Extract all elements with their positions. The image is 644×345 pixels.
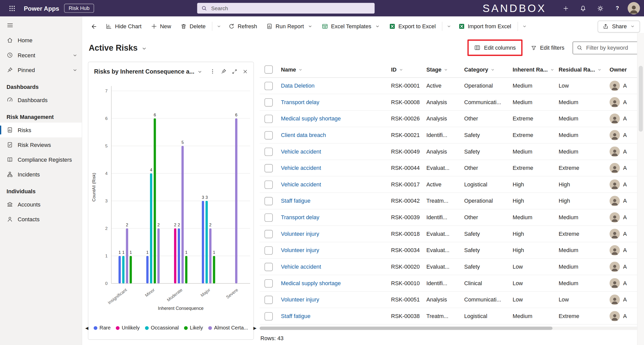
excel-templates-button[interactable]: Excel Templates — [318, 20, 384, 32]
export-excel-overflow-chevron[interactable] — [444, 21, 454, 32]
row-checkbox[interactable] — [264, 279, 273, 287]
table-row[interactable]: Volunteer injuryRSK-00051AnalysisCommuni… — [260, 292, 640, 308]
user-avatar[interactable] — [628, 2, 640, 14]
row-checkbox[interactable] — [264, 115, 273, 123]
record-link[interactable]: Volunteer injury — [281, 247, 319, 253]
table-row[interactable]: Transport delayRSK-00008AnalysisCommunic… — [260, 94, 640, 111]
delete-overflow-chevron[interactable] — [214, 21, 223, 32]
record-link[interactable]: Medical supply shortage — [281, 280, 341, 286]
notifications-bell-icon[interactable] — [574, 0, 592, 17]
select-all-checkbox[interactable] — [264, 65, 273, 74]
new-button[interactable]: New — [146, 20, 175, 32]
more-options-icon[interactable] — [207, 66, 218, 76]
delete-button[interactable]: Delete — [176, 20, 210, 32]
pin-icon[interactable] — [218, 66, 229, 76]
table-row[interactable]: Vehicle accidentRSK-00044Evaluat...Other… — [260, 160, 640, 176]
record-link[interactable]: Volunteer injury — [281, 231, 319, 237]
legend-prev-arrow-icon[interactable]: ◀ — [85, 326, 88, 330]
record-link[interactable]: Vehicle accident — [281, 264, 321, 270]
table-row[interactable]: Medical supply shortageRSK-00026Analysis… — [260, 111, 640, 127]
table-row[interactable]: Volunteer injuryRSK-00034Evaluat...Safet… — [260, 242, 640, 259]
app-chip[interactable]: Risk Hub — [64, 4, 94, 13]
column-header-stage[interactable]: Stage — [423, 66, 461, 73]
table-row[interactable]: Vehicle accidentRSK-00017ActiveLogistica… — [260, 176, 640, 193]
view-selector[interactable]: Active Risks — [89, 43, 147, 52]
export-excel-button[interactable]: Export to Excel — [385, 20, 440, 32]
row-checkbox[interactable] — [264, 180, 273, 188]
record-link[interactable]: Vehicle accident — [281, 181, 321, 187]
column-header-inherent[interactable]: Inherent Ra... — [509, 66, 555, 73]
record-link[interactable]: Vehicle accident — [281, 148, 321, 155]
record-link[interactable]: Medical supply shortage — [281, 116, 341, 122]
sidebar-item-recent[interactable]: Recent — [0, 48, 82, 62]
sidebar-item-home[interactable]: Home — [0, 33, 82, 48]
sidebar-item-dashboards[interactable]: Dashboards — [0, 93, 82, 107]
row-checkbox[interactable] — [264, 82, 273, 90]
record-link[interactable]: Staff fatigue — [281, 313, 310, 319]
row-checkbox[interactable] — [264, 296, 273, 304]
table-row[interactable]: Volunteer injuryRSK-00018Evaluat...Safet… — [260, 226, 640, 242]
expand-icon[interactable] — [230, 66, 239, 76]
hide-chart-button[interactable]: Hide Chart — [101, 20, 146, 32]
record-link[interactable]: Staff fatigue — [281, 198, 310, 204]
edit-filters-button[interactable]: Edit filters — [527, 42, 568, 53]
record-link[interactable]: Data Deletion — [281, 83, 314, 89]
vertical-scrollbar-thumb[interactable] — [639, 66, 643, 131]
record-link[interactable]: Volunteer injury — [281, 297, 319, 303]
table-row[interactable]: Staff fatigueRSK-00042Treatm...Operation… — [260, 193, 640, 210]
settings-gear-icon[interactable] — [591, 0, 609, 17]
app-launcher-waffle-icon[interactable] — [5, 0, 19, 17]
table-row[interactable]: Medical supply shortageRSK-00010Identifi… — [260, 275, 640, 292]
table-row[interactable]: Vehicle accidentRSK-00020Evaluat...Safet… — [260, 259, 640, 275]
close-icon[interactable] — [240, 66, 250, 76]
row-checkbox[interactable] — [264, 131, 273, 139]
row-checkbox[interactable] — [264, 147, 273, 156]
table-row[interactable]: Data DeletionRSK-00001ActiveOperationalM… — [260, 78, 640, 94]
record-link[interactable]: Client data breach — [281, 132, 326, 138]
import-excel-button[interactable]: Import from Excel — [454, 20, 515, 32]
global-search-input[interactable] — [210, 5, 370, 12]
sidebar-item-risk-reviews[interactable]: Risk Reviews — [0, 137, 82, 152]
run-report-button[interactable]: Run Report — [262, 20, 317, 32]
global-search[interactable] — [197, 3, 375, 13]
record-link[interactable]: Transport delay — [281, 214, 319, 220]
table-row[interactable]: Transport delayRSK-00039Identifi...Other… — [260, 209, 640, 226]
row-checkbox[interactable] — [264, 197, 273, 205]
share-button[interactable]: Share — [598, 20, 640, 32]
column-header-residual[interactable]: Residual Ra... — [555, 66, 606, 73]
row-checkbox[interactable] — [264, 246, 273, 254]
row-checkbox[interactable] — [264, 213, 273, 222]
keyword-filter-input[interactable] — [585, 44, 635, 51]
help-icon[interactable]: ? — [609, 0, 626, 17]
sidebar-item-incidents[interactable]: Incidents — [0, 167, 82, 182]
add-icon[interactable] — [557, 0, 574, 17]
table-row[interactable]: Vehicle accidentRSK-00049AnalysisSafetyM… — [260, 144, 640, 160]
legend-next-arrow-icon[interactable]: ▶ — [253, 326, 256, 330]
record-link[interactable]: Vehicle accident — [281, 165, 321, 171]
column-header-category[interactable]: Category — [461, 66, 510, 73]
keyword-filter[interactable] — [573, 41, 639, 54]
edit-columns-button[interactable]: Edit columns — [471, 42, 519, 53]
refresh-button[interactable]: Refresh — [224, 20, 261, 32]
sidebar-item-pinned[interactable]: Pinned — [0, 63, 82, 77]
column-header-id[interactable]: ID — [388, 66, 423, 73]
scrollbar-thumb[interactable] — [260, 327, 552, 330]
row-checkbox[interactable] — [264, 98, 273, 106]
back-button[interactable] — [87, 20, 101, 33]
column-header-owner[interactable]: Owner — [606, 66, 639, 73]
table-row[interactable]: Client data breachRSK-00021Identifi...Sa… — [260, 127, 640, 144]
record-link[interactable]: Transport delay — [281, 99, 319, 105]
row-checkbox[interactable] — [264, 263, 273, 271]
import-excel-overflow-chevron[interactable] — [520, 21, 529, 32]
sidebar-item-contacts[interactable]: Contacts — [0, 212, 82, 227]
row-checkbox[interactable] — [264, 164, 273, 172]
sidebar-item-compliance[interactable]: Compliance Registers — [0, 152, 82, 167]
sidebar-item-risks[interactable]: Risks — [0, 122, 82, 137]
sidebar-item-accounts[interactable]: Accounts — [0, 197, 82, 212]
hamburger-menu-icon[interactable] — [0, 17, 82, 33]
row-checkbox[interactable] — [264, 312, 273, 320]
table-row[interactable]: Staff fatigueRSK-00038Treatm...Logistica… — [260, 308, 640, 325]
chevron-down-icon[interactable] — [197, 68, 203, 74]
row-checkbox[interactable] — [264, 230, 273, 238]
column-header-name[interactable]: Name — [278, 66, 388, 73]
